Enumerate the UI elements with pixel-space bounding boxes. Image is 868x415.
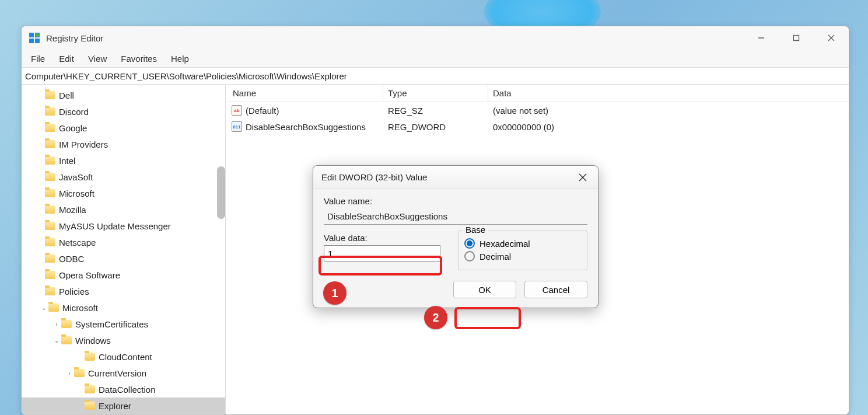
tree-item[interactable]: ODBC bbox=[22, 250, 225, 267]
tree-item-label: Microsoft bbox=[59, 189, 94, 198]
tree-item[interactable]: Opera Software bbox=[22, 267, 225, 283]
tree-item-label: Dell bbox=[59, 90, 74, 100]
tree-item[interactable]: ⌄Microsoft bbox=[22, 299, 225, 316]
dialog-close-button[interactable] bbox=[576, 170, 590, 184]
tree-pane[interactable]: DellDiscordGoogleIM ProvidersIntelJavaSo… bbox=[22, 85, 226, 414]
folder-icon bbox=[45, 205, 55, 214]
tree-item-label: Discord bbox=[59, 107, 89, 117]
tree-item[interactable]: Dell bbox=[22, 87, 225, 103]
list-header: Name Type Data bbox=[226, 85, 849, 102]
folder-icon bbox=[45, 271, 55, 279]
chevron-right-icon[interactable]: › bbox=[52, 319, 61, 329]
folder-icon bbox=[48, 304, 59, 312]
tree-item[interactable]: CloudContent bbox=[22, 348, 225, 365]
close-button[interactable] bbox=[814, 26, 849, 50]
radio-decimal[interactable]: Decimal bbox=[464, 251, 581, 261]
radio-dec-label: Decimal bbox=[480, 252, 511, 261]
window-title: Registry Editor bbox=[46, 33, 103, 43]
chevron-right-icon[interactable]: › bbox=[65, 368, 74, 378]
value-name-field[interactable] bbox=[324, 208, 587, 225]
titlebar[interactable]: Registry Editor bbox=[22, 26, 849, 50]
folder-icon bbox=[61, 320, 72, 328]
tree-item-label: Windows bbox=[75, 336, 111, 346]
svg-point-4 bbox=[36, 33, 39, 37]
value-name-label: Value name: bbox=[324, 196, 587, 206]
folder-icon bbox=[45, 91, 55, 99]
chevron-down-icon[interactable]: ⌄ bbox=[52, 336, 61, 345]
folder-icon bbox=[61, 336, 72, 344]
tree-item-label: Opera Software bbox=[59, 270, 120, 280]
column-data[interactable]: Data bbox=[488, 85, 849, 102]
reg-dword-icon: 011 bbox=[232, 121, 242, 132]
folder-icon bbox=[45, 140, 55, 148]
svg-rect-6 bbox=[794, 36, 799, 41]
tree-item-label: Policies bbox=[59, 287, 89, 297]
tree-item[interactable]: Google bbox=[22, 120, 225, 136]
value-name: (Default) bbox=[246, 106, 279, 116]
cancel-button[interactable]: Cancel bbox=[524, 281, 587, 298]
tree-item[interactable]: IM Providers bbox=[22, 136, 225, 152]
address-bar[interactable]: Computer\HKEY_CURRENT_USER\Software\Poli… bbox=[22, 67, 849, 85]
dialog-title-text: Edit DWORD (32-bit) Value bbox=[321, 172, 427, 182]
radio-icon-checked bbox=[464, 238, 475, 249]
registry-value-row[interactable]: 011DisableSearchBoxSuggestionsREG_DWORD0… bbox=[226, 118, 849, 135]
annotation-circle-1: 1 bbox=[323, 281, 346, 305]
tree-item[interactable]: Intel bbox=[22, 152, 225, 169]
tree-item-label: ODBC bbox=[59, 254, 84, 264]
folder-icon bbox=[45, 287, 55, 295]
menubar: File Edit View Favorites Help bbox=[22, 50, 849, 67]
tree-item[interactable]: Discord bbox=[22, 103, 225, 120]
tree-item[interactable]: ⌄Windows bbox=[22, 332, 225, 348]
value-data-label: Value data: bbox=[324, 233, 446, 243]
svg-rect-2 bbox=[29, 39, 34, 43]
column-name[interactable]: Name bbox=[226, 85, 383, 102]
folder-icon bbox=[45, 189, 55, 197]
tree-scrollbar[interactable] bbox=[217, 166, 225, 219]
menu-view[interactable]: View bbox=[83, 53, 111, 65]
tree-item-label: CloudContent bbox=[99, 352, 152, 362]
tree-item-label: Explorer bbox=[99, 401, 131, 411]
tree-item-label: Google bbox=[59, 123, 87, 133]
dialog-titlebar[interactable]: Edit DWORD (32-bit) Value bbox=[313, 166, 598, 189]
tree-item-label: Netscape bbox=[59, 238, 96, 247]
folder-icon bbox=[85, 353, 95, 361]
column-type[interactable]: Type bbox=[383, 85, 488, 102]
tree-item-label: MyASUS Update Messenger bbox=[59, 221, 171, 231]
base-label: Base bbox=[463, 225, 488, 235]
tree-item[interactable]: Explorer bbox=[22, 397, 225, 414]
menu-edit[interactable]: Edit bbox=[54, 53, 79, 65]
menu-help[interactable]: Help bbox=[166, 53, 194, 65]
radio-hexadecimal[interactable]: Hexadecimal bbox=[464, 238, 581, 249]
ok-button[interactable]: OK bbox=[453, 281, 516, 298]
folder-icon bbox=[45, 173, 55, 181]
folder-icon bbox=[85, 402, 95, 410]
tree-item[interactable]: ›SystemCertificates bbox=[22, 316, 225, 332]
tree-item-label: SystemCertificates bbox=[75, 319, 148, 329]
tree-item[interactable]: DataCollection bbox=[22, 381, 225, 397]
app-icon bbox=[29, 32, 40, 44]
radio-hex-label: Hexadecimal bbox=[480, 239, 530, 249]
chevron-down-icon[interactable]: ⌄ bbox=[39, 303, 48, 312]
registry-value-row[interactable]: ab(Default)REG_SZ(value not set) bbox=[226, 102, 849, 118]
maximize-button[interactable] bbox=[779, 26, 814, 50]
address-path: Computer\HKEY_CURRENT_USER\Software\Poli… bbox=[25, 71, 347, 81]
tree-item[interactable]: Netscape bbox=[22, 234, 225, 250]
folder-icon bbox=[45, 107, 55, 116]
value-name: DisableSearchBoxSuggestions bbox=[246, 122, 366, 132]
tree-item[interactable]: MyASUS Update Messenger bbox=[22, 218, 225, 234]
tree-item[interactable]: Mozilla bbox=[22, 201, 225, 218]
tree-item-label: Microsoft bbox=[62, 303, 98, 313]
menu-file[interactable]: File bbox=[26, 53, 50, 65]
tree-item-label: IM Providers bbox=[59, 140, 108, 149]
tree-item[interactable]: ›CurrentVersion bbox=[22, 365, 225, 381]
menu-favorites[interactable]: Favorites bbox=[116, 53, 162, 65]
svg-rect-3 bbox=[35, 39, 40, 43]
tree-item[interactable]: Microsoft bbox=[22, 185, 225, 201]
tree-item[interactable]: JavaSoft bbox=[22, 169, 225, 185]
value-data-input[interactable] bbox=[324, 245, 440, 261]
reg-sz-icon: ab bbox=[232, 105, 242, 116]
tree-item[interactable]: Policies bbox=[22, 283, 225, 299]
minimize-button[interactable] bbox=[744, 26, 779, 50]
value-type: REG_SZ bbox=[383, 106, 488, 116]
tree-item-label: Mozilla bbox=[59, 205, 86, 215]
